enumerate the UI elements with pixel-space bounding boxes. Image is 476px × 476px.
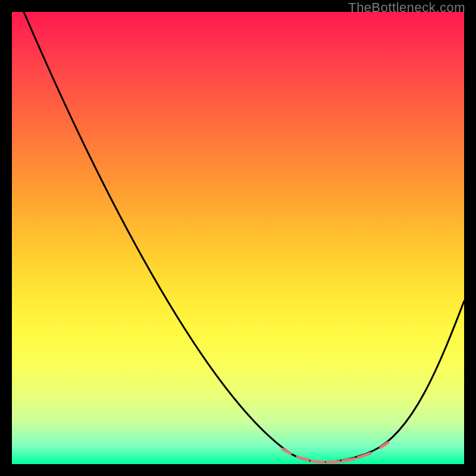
chart-frame [12, 12, 464, 464]
credit-watermark: TheBottleneck.com [348, 0, 465, 15]
gradient-background [12, 12, 464, 464]
